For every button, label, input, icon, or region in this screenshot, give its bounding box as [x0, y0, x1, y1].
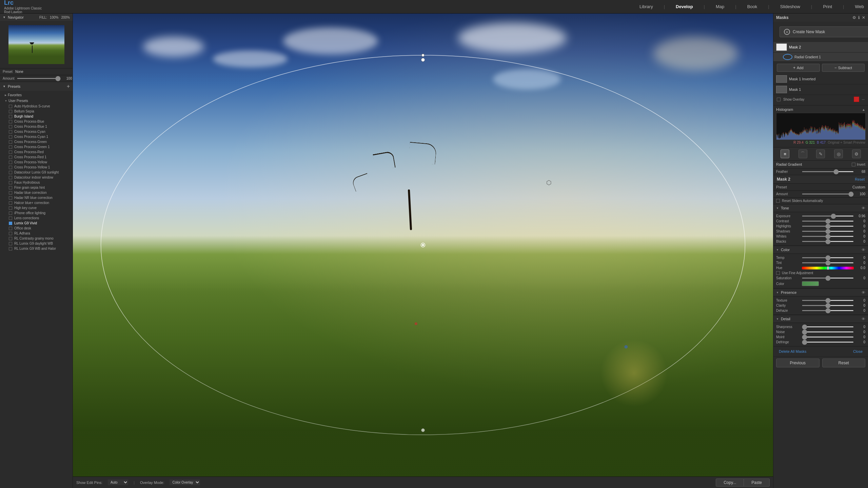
- nav-map[interactable]: Map: [716, 4, 724, 9]
- close-button[interactable]: Close: [851, 349, 865, 354]
- shadows-slider[interactable]: [802, 231, 854, 232]
- create-new-mask-button[interactable]: + Create New Mask: [780, 26, 868, 37]
- mask2-item[interactable]: Mask 2: [773, 42, 868, 53]
- overlay-color-swatch[interactable]: [854, 97, 859, 102]
- contrast-slider[interactable]: [802, 221, 854, 222]
- subtract-button[interactable]: − Subtract: [822, 64, 865, 72]
- show-edit-pins-select[interactable]: Auto Always Never: [108, 480, 128, 485]
- add-button[interactable]: + Add: [777, 64, 820, 72]
- color-eye-icon[interactable]: 👁: [862, 248, 865, 252]
- highlights-slider[interactable]: [802, 226, 854, 227]
- preset-item-20[interactable]: iPhone office lighting: [0, 210, 73, 216]
- tool-icon-curves[interactable]: ⌒: [798, 149, 807, 158]
- mask2-reset-btn[interactable]: Reset: [855, 177, 865, 181]
- tool-icon-gear[interactable]: ⚙: [852, 149, 861, 158]
- image-container[interactable]: ⬡: [73, 14, 773, 476]
- reset-panel-button[interactable]: Reset: [822, 359, 866, 367]
- mask1-inverted-item[interactable]: Mask 1 Inverted: [773, 74, 868, 84]
- presets-arrow[interactable]: ▼: [3, 85, 6, 88]
- preset-item-15[interactable]: Fine grain sepia hint: [0, 185, 73, 190]
- nav-develop[interactable]: Develop: [676, 4, 693, 9]
- zoom-200[interactable]: 200%: [61, 16, 70, 19]
- preset-item-19[interactable]: High key curve: [0, 205, 73, 210]
- preset-item-5[interactable]: Cross Process-Cyan 1: [0, 134, 73, 139]
- temp-slider[interactable]: [802, 257, 854, 258]
- nav-print[interactable]: Print: [823, 4, 832, 9]
- presence-section-header[interactable]: ▼ Presence 👁: [773, 288, 868, 297]
- paste-button[interactable]: Paste: [744, 479, 770, 487]
- tone-section-header[interactable]: ▼ Tone 👁: [773, 204, 868, 212]
- detail-eye-icon[interactable]: 👁: [862, 317, 865, 321]
- tool-icon-circle[interactable]: ◎: [834, 149, 843, 158]
- fine-adj-cb[interactable]: [776, 271, 780, 275]
- preset-item-22[interactable]: Office desk: [0, 226, 73, 231]
- preset-item-6[interactable]: Cross Process-Green: [0, 139, 73, 144]
- invert-cb[interactable]: [852, 163, 855, 166]
- feather-slider[interactable]: [802, 171, 854, 172]
- zoom-100[interactable]: 100%: [50, 16, 59, 19]
- tint-slider[interactable]: [802, 262, 854, 263]
- preset-item-17[interactable]: Hadar NR blue correction: [0, 195, 73, 200]
- preset-item-11[interactable]: Cross Process-Yellow 1: [0, 165, 73, 170]
- blacks-slider[interactable]: [802, 241, 854, 242]
- preset-item-2[interactable]: Cross Process-Blue: [0, 119, 73, 124]
- presence-eye-icon[interactable]: 👁: [862, 290, 865, 294]
- noise-slider[interactable]: [802, 331, 854, 332]
- preset-item-16[interactable]: Hadar blue correction: [0, 190, 73, 195]
- masks-close-icon[interactable]: ✕: [862, 15, 865, 20]
- previous-button[interactable]: Previous: [776, 359, 820, 367]
- mask1-item[interactable]: Mask 1: [773, 84, 868, 95]
- nav-library[interactable]: Library: [639, 4, 653, 9]
- moire-slider[interactable]: [802, 337, 854, 338]
- preset-item-10[interactable]: Cross Process-Yellow: [0, 160, 73, 165]
- show-overlay-checkbox[interactable]: [777, 98, 781, 101]
- nav-book[interactable]: Book: [747, 4, 757, 9]
- preset-item-9[interactable]: Cross Process-Red 1: [0, 155, 73, 160]
- preset-item-23[interactable]: RL Adhara: [0, 231, 73, 236]
- preset-item-25[interactable]: RL Lumix G9 daylight WB: [0, 241, 73, 246]
- whites-slider[interactable]: [802, 236, 854, 237]
- preset-edit-value[interactable]: Custom: [852, 185, 865, 189]
- dehaze-slider[interactable]: [802, 310, 854, 311]
- masks-settings-icon[interactable]: ⚙: [852, 15, 856, 20]
- preset-item-8[interactable]: Cross Process-Red: [0, 149, 73, 155]
- color-section-header[interactable]: ▼ Color 👁: [773, 246, 868, 254]
- preset-value[interactable]: None: [15, 70, 23, 74]
- radial-gradient-item[interactable]: Radial Gradient 1: [773, 53, 868, 62]
- histogram-expand-icon[interactable]: ▲: [862, 108, 865, 111]
- preset-item-1[interactable]: Bellum Sepia: [0, 109, 73, 114]
- navigator-arrow[interactable]: ▼: [3, 16, 6, 19]
- detail-section-header[interactable]: ▼ Detail 👁: [773, 315, 868, 323]
- preset-group-user-header[interactable]: ▼ User Presets: [0, 98, 73, 104]
- nav-web[interactable]: Web: [855, 4, 864, 9]
- copy-button[interactable]: Copy...: [716, 479, 744, 487]
- add-preset-button[interactable]: +: [67, 84, 70, 89]
- preset-item-3[interactable]: Cross Process-Blue 1: [0, 124, 73, 129]
- preset-item-18[interactable]: Halcor blue+ correction: [0, 200, 73, 205]
- delete-all-button[interactable]: Delete All Masks: [777, 349, 808, 354]
- texture-slider[interactable]: [802, 300, 854, 301]
- sharpness-slider[interactable]: [802, 326, 854, 327]
- overlay-menu-icon[interactable]: ···: [862, 98, 865, 101]
- preset-item-12[interactable]: Datacolour Lumix G9 sunlight: [0, 170, 73, 175]
- preset-item-21[interactable]: Lens corrections: [0, 216, 73, 221]
- exposure-slider[interactable]: [802, 216, 854, 217]
- clarity-slider[interactable]: [802, 305, 854, 306]
- nav-slideshow[interactable]: Slideshow: [780, 4, 800, 9]
- preset-item-burgh[interactable]: Burgh Island: [0, 114, 73, 119]
- preset-item-24[interactable]: RL Contrasty grainy mono: [0, 236, 73, 241]
- amount-slider[interactable]: [17, 78, 61, 79]
- tool-icon-pen[interactable]: ✎: [816, 149, 825, 158]
- preset-item-lumix[interactable]: Lumix G9 Vivid: [0, 221, 73, 226]
- preset-item-0[interactable]: Auto Hydrobius S-curve: [0, 104, 73, 109]
- preset-group-favorites-header[interactable]: ▶ Favorites: [0, 92, 73, 98]
- preset-item-7[interactable]: Cross Process-Green 1: [0, 144, 73, 149]
- navigator-thumbnail[interactable]: [8, 25, 64, 64]
- preset-item-4[interactable]: Cross Process-Cyan: [0, 129, 73, 134]
- preset-item-14[interactable]: Faux Hydrobious: [0, 180, 73, 185]
- preset-item-26[interactable]: RL Lumix G9 WB and Halor: [0, 246, 73, 251]
- defringe-slider[interactable]: [802, 342, 854, 343]
- tool-icon-sliders[interactable]: ≡: [781, 149, 789, 158]
- color-swatch[interactable]: [802, 281, 819, 286]
- reset-sliders-cb[interactable]: [776, 199, 780, 203]
